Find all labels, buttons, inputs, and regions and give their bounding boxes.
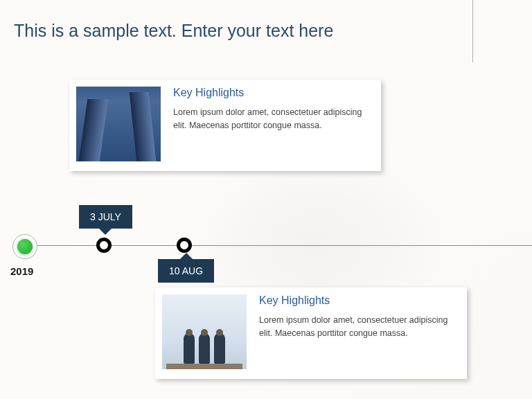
- date-label: 3 JULY: [90, 211, 121, 222]
- card-title[interactable]: Key Highlights: [259, 294, 457, 307]
- timeline-marker-icon: [96, 238, 112, 253]
- card-title[interactable]: Key Highlights: [173, 87, 371, 99]
- event-card: Key Highlights Lorem ipsum dolor amet, c…: [155, 287, 467, 379]
- card-text[interactable]: Lorem ipsum dolor amet, consectetuer adi…: [173, 106, 371, 133]
- card-text[interactable]: Lorem ipsum dolor amet, consectetuer adi…: [259, 314, 457, 341]
- year-marker: [12, 234, 37, 259]
- top-right-divider: [472, 0, 473, 62]
- card-body: Key Highlights Lorem ipsum dolor amet, c…: [173, 87, 371, 133]
- page-title[interactable]: This is a sample text. Enter your text h…: [14, 21, 333, 41]
- year-dot-icon: [17, 239, 33, 254]
- timeline-marker-icon: [177, 238, 192, 253]
- date-label: 10 AUG: [169, 265, 203, 276]
- year-label: 2019: [10, 265, 33, 277]
- date-tag: 10 AUG: [158, 259, 214, 283]
- card-image-meeting: [162, 294, 247, 369]
- card-body: Key Highlights Lorem ipsum dolor amet, c…: [259, 294, 457, 341]
- card-image-skyscrapers: [76, 87, 161, 161]
- date-tag: 3 JULY: [79, 205, 132, 229]
- event-card: Key Highlights Lorem ipsum dolor amet, c…: [69, 80, 381, 171]
